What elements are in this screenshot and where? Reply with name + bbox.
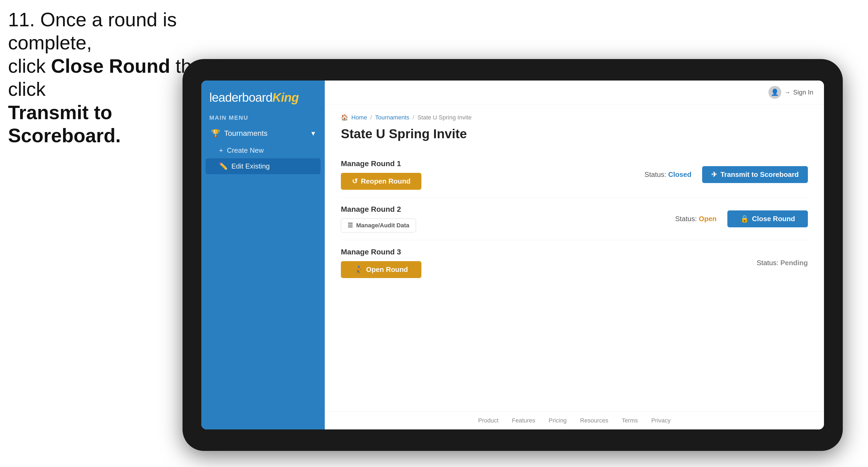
transmit-icon: ✈ <box>711 170 717 179</box>
footer-product[interactable]: Product <box>478 417 498 424</box>
instruction-transmit: Transmit to Scoreboard. <box>8 102 121 146</box>
sidebar-item-create-new[interactable]: + Create New <box>206 143 320 158</box>
content-area: 🏠 Home / Tournaments / State U Spring In… <box>325 104 824 411</box>
logo: leaderboardKing <box>209 90 317 105</box>
top-bar: 👤 → Sign In <box>325 81 824 104</box>
transmit-label: Transmit to Scoreboard <box>720 170 799 179</box>
app-layout: leaderboardKing MAIN MENU 🏆 Tournaments … <box>201 81 824 429</box>
tablet-screen: leaderboardKing MAIN MENU 🏆 Tournaments … <box>201 81 824 429</box>
close-round-label: Close Round <box>752 215 795 223</box>
sidebar-item-edit-existing[interactable]: ✏️ Edit Existing <box>206 158 320 174</box>
footer-terms[interactable]: Terms <box>622 417 638 424</box>
sign-in-button[interactable]: 👤 → Sign In <box>768 86 813 99</box>
round-3-status-value: Pending <box>780 259 808 267</box>
round-1-title: Manage Round 1 <box>341 159 422 168</box>
main-menu-label: MAIN MENU <box>201 110 325 124</box>
open-round-label: Open Round <box>366 266 408 274</box>
trophy-icon: 🏆 <box>211 129 220 138</box>
logo-king: King <box>272 90 299 104</box>
footer-pricing[interactable]: Pricing <box>549 417 566 424</box>
round-2-status: Status: Open <box>675 215 717 223</box>
audit-icon: ☰ <box>348 222 353 229</box>
manage-audit-data-button[interactable]: ☰ Manage/Audit Data <box>341 218 416 232</box>
reopen-icon: ↺ <box>352 177 358 185</box>
edit-existing-label: Edit Existing <box>231 162 270 170</box>
breadcrumb-icon: 🏠 <box>341 114 348 121</box>
sign-in-label: → <box>784 89 790 96</box>
footer-features[interactable]: Features <box>512 417 535 424</box>
sign-in-text: Sign In <box>793 89 813 96</box>
footer-privacy[interactable]: Privacy <box>651 417 671 424</box>
audit-label: Manage/Audit Data <box>356 222 409 229</box>
instruction-line1: 11. Once a round is complete, <box>8 8 223 55</box>
sidebar-tournaments-label: Tournaments <box>224 129 268 138</box>
round-2-title: Manage Round 2 <box>341 205 416 214</box>
lock-icon: 🔒 <box>740 215 749 223</box>
tablet-device: leaderboardKing MAIN MENU 🏆 Tournaments … <box>183 59 843 451</box>
round-3-status: Status: Pending <box>756 259 808 267</box>
round-3-title: Manage Round 3 <box>341 248 422 256</box>
user-avatar: 👤 <box>768 86 781 99</box>
reopen-round-button[interactable]: ↺ Reopen Round <box>341 173 422 190</box>
transmit-to-scoreboard-button[interactable]: ✈ Transmit to Scoreboard <box>702 166 808 183</box>
round-1-status-value: Closed <box>668 170 691 179</box>
close-round-button[interactable]: 🔒 Close Round <box>727 210 808 227</box>
breadcrumb: 🏠 Home / Tournaments / State U Spring In… <box>341 114 808 121</box>
open-round-button[interactable]: 🏌 Open Round <box>341 261 422 278</box>
round-1-section: Manage Round 1 ↺ Reopen Round Status: Cl… <box>341 152 808 197</box>
plus-icon: + <box>219 146 223 155</box>
breadcrumb-tournaments[interactable]: Tournaments <box>375 114 409 121</box>
reopen-label: Reopen Round <box>361 177 411 185</box>
round-3-section: Manage Round 3 🏌 Open Round Status: Pend… <box>341 240 808 286</box>
round-2-section: Manage Round 2 ☰ Manage/Audit Data Statu… <box>341 197 808 240</box>
round-1-status: Status: Closed <box>644 170 691 179</box>
edit-icon: ✏️ <box>219 162 227 170</box>
footer: Product Features Pricing Resources Terms… <box>325 411 824 429</box>
open-round-icon: 🏌 <box>354 266 363 274</box>
instruction-close-round: Close Round <box>51 55 170 77</box>
round-2-status-value: Open <box>699 215 717 223</box>
breadcrumb-home[interactable]: Home <box>351 114 367 121</box>
breadcrumb-current: State U Spring Invite <box>417 114 472 121</box>
chevron-down-icon: ▾ <box>311 129 315 138</box>
footer-resources[interactable]: Resources <box>580 417 608 424</box>
create-new-label: Create New <box>227 146 264 155</box>
sidebar-nav: 🏆 Tournaments ▾ + Create New ✏️ Edit Exi… <box>201 124 325 174</box>
sidebar-item-tournaments[interactable]: 🏆 Tournaments ▾ <box>206 124 320 143</box>
page-title: State U Spring Invite <box>341 126 808 141</box>
sidebar: leaderboardKing MAIN MENU 🏆 Tournaments … <box>201 81 325 429</box>
main-content: 👤 → Sign In 🏠 Home / Tournaments / State <box>325 81 824 429</box>
sidebar-logo-area: leaderboardKing <box>201 81 325 110</box>
